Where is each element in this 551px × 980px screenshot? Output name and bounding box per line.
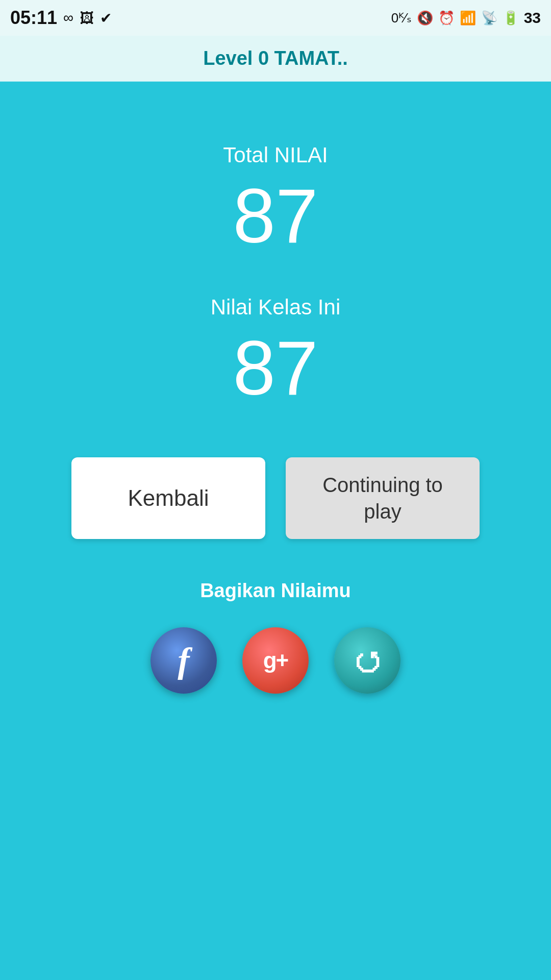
status-right: 0ᴷ⁄ₛ 🔇 ⏰ 📶 📡 🔋 33	[391, 9, 541, 27]
check-icon: ✔	[100, 10, 112, 27]
app-bar-title: Level 0 TAMAT..	[203, 47, 348, 69]
gplus-icon: g+	[263, 648, 288, 673]
share-icons-row: f g+ ⭯	[151, 627, 400, 694]
speed-icon: 0ᴷ⁄ₛ	[391, 10, 412, 26]
nilai-kelas-value: 87	[233, 330, 318, 406]
continue-button[interactable]: Continuing to play	[286, 457, 480, 539]
infinity-icon: ∞	[63, 10, 73, 26]
battery-level: 33	[524, 9, 541, 27]
facebook-share-button[interactable]: f	[151, 627, 217, 694]
status-bar: 05:11 ∞ 🖼 ✔ 0ᴷ⁄ₛ 🔇 ⏰ 📶 📡 🔋 33	[0, 0, 551, 36]
battery-icon: 🔋	[503, 10, 519, 26]
total-nilai-label: Total NILAI	[223, 143, 328, 167]
share-share-button[interactable]: ⭯	[334, 627, 400, 694]
alarm-icon: ⏰	[438, 10, 455, 26]
gplus-share-button[interactable]: g+	[242, 627, 309, 694]
app-bar: Level 0 TAMAT..	[0, 36, 551, 82]
nilai-kelas-label: Nilai Kelas Ini	[211, 295, 340, 320]
buttons-row: Kembali Continuing to play	[31, 457, 520, 539]
total-nilai-value: 87	[233, 178, 318, 254]
mute-icon: 🔇	[417, 10, 433, 26]
wifi-icon: 📶	[460, 10, 476, 26]
status-left: 05:11 ∞ 🖼 ✔	[10, 7, 112, 29]
signal-icon: 📡	[481, 10, 497, 26]
status-time: 05:11	[10, 7, 57, 29]
share-icon: ⭯	[353, 644, 382, 677]
facebook-icon: f	[178, 640, 189, 681]
main-content: Total NILAI 87 Nilai Kelas Ini 87 Kembal…	[0, 82, 551, 980]
kembali-button[interactable]: Kembali	[71, 457, 265, 539]
image-icon: 🖼	[80, 10, 94, 27]
share-label: Bagikan Nilaimu	[200, 580, 351, 602]
